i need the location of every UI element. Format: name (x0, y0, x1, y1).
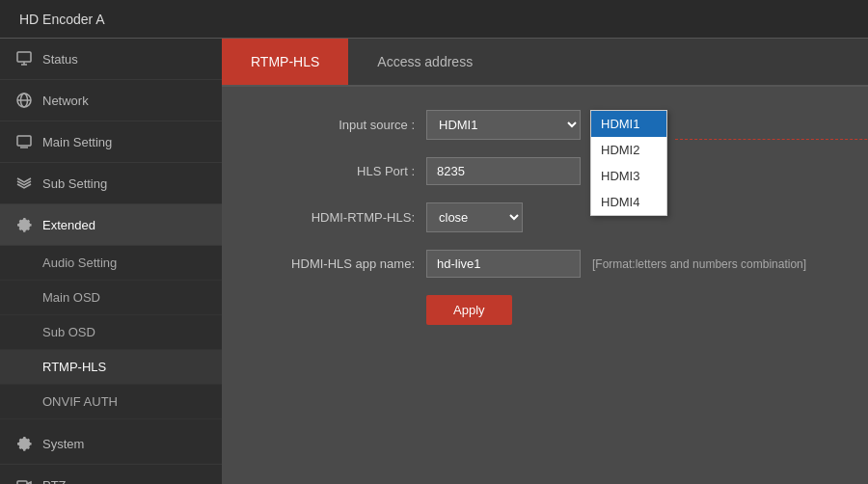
sidebar-sub-item-audio-setting[interactable]: Audio Setting (0, 246, 222, 281)
sidebar-item-sub-setting[interactable]: Sub Setting (0, 163, 222, 204)
title-bar: HD Encoder A (0, 0, 868, 39)
sidebar-system-label: System (42, 437, 84, 451)
system-gear-icon (15, 435, 33, 452)
sidebar-item-extended[interactable]: Extended (0, 204, 222, 246)
display-icon (15, 133, 33, 150)
form-row-hdmi-hls-app-name: HDMI-HLS app name: [Format:letters and n… (260, 250, 829, 278)
sidebar-sub-item-rtmp-hls[interactable]: RTMP-HLS (0, 350, 222, 385)
audio-setting-label: Audio Setting (42, 255, 117, 270)
monitor-icon (15, 50, 33, 67)
tab-access-address[interactable]: Access address (348, 39, 502, 85)
svg-rect-6 (17, 136, 31, 146)
tab-rtmp-hls-label: RTMP-HLS (251, 54, 319, 69)
sidebar-extended-label: Extended (42, 218, 95, 232)
sidebar-item-system[interactable]: System (0, 423, 222, 465)
form-row-hls-port: HLS Port : (260, 157, 829, 185)
form-area: Input source : HDMI1 HDMI2 HDMI3 HDMI4 H… (222, 87, 868, 365)
content-area: RTMP-HLS Access address Input source : H… (222, 39, 868, 484)
app-title: HD Encoder A (19, 12, 105, 27)
sidebar-main-setting-label: Main Setting (42, 135, 112, 149)
gear-icon (15, 216, 33, 233)
hdmi-rtmp-hls-label: HDMI-RTMP-HLS: (260, 210, 415, 225)
dropdown-option-hdmi3[interactable]: HDMI3 (591, 163, 666, 189)
sidebar-sub-item-sub-osd[interactable]: Sub OSD (0, 315, 222, 350)
sidebar-item-ptz[interactable]: PTZ (0, 465, 222, 484)
hdmi-hls-app-name-hint: [Format:letters and numbers combination] (592, 257, 806, 271)
form-row-apply: Apply (260, 295, 829, 325)
sidebar-ptz-label: PTZ (42, 478, 67, 485)
dropdown-option-hdmi4[interactable]: HDMI4 (591, 189, 666, 215)
main-osd-label: Main OSD (42, 290, 100, 305)
apply-button[interactable]: Apply (426, 295, 512, 325)
input-source-dropdown-container: HDMI1 HDMI2 HDMI3 HDMI4 HDMI1 HDMI2 HDMI… (426, 110, 581, 140)
svg-rect-0 (17, 52, 31, 62)
dropdown-option-hdmi2[interactable]: HDMI2 (591, 137, 666, 163)
hls-port-label: HLS Port : (260, 164, 415, 178)
hdmi-rtmp-hls-select[interactable]: close open (426, 202, 523, 232)
hls-port-input[interactable] (426, 157, 581, 185)
globe-icon (15, 92, 33, 109)
form-row-input-source: Input source : HDMI1 HDMI2 HDMI3 HDMI4 H… (260, 110, 829, 140)
input-source-label: Input source : (260, 118, 415, 132)
camera-icon (15, 476, 33, 484)
dropdown-option-hdmi1[interactable]: HDMI1 (591, 111, 666, 137)
sidebar-status-label: Status (42, 52, 78, 67)
tab-rtmp-hls[interactable]: RTMP-HLS (222, 39, 348, 85)
hdmi-hls-app-name-label: HDMI-HLS app name: (260, 256, 415, 271)
rtmp-hls-label: RTMP-HLS (42, 360, 106, 374)
sidebar-item-main-setting[interactable]: Main Setting (0, 121, 222, 163)
sidebar-sub-item-main-osd[interactable]: Main OSD (0, 281, 222, 315)
layers-icon (15, 175, 33, 192)
main-layout: Status Network Main Setting (0, 39, 868, 484)
tab-access-address-label: Access address (377, 54, 473, 69)
onvif-auth-label: ONVIF AUTH (42, 394, 118, 409)
sidebar-sub-setting-label: Sub Setting (42, 176, 107, 191)
sidebar-item-network[interactable]: Network (0, 80, 222, 121)
tabs-bar: RTMP-HLS Access address (222, 39, 868, 87)
sidebar-sub-item-onvif-auth[interactable]: ONVIF AUTH (0, 385, 222, 419)
form-row-hdmi-rtmp-hls: HDMI-RTMP-HLS: close open (260, 202, 829, 232)
input-source-dropdown-menu: HDMI1 HDMI2 HDMI3 HDMI4 (590, 110, 667, 216)
sidebar: Status Network Main Setting (0, 39, 222, 484)
sidebar-network-label: Network (42, 94, 89, 108)
sidebar-item-status[interactable]: Status (0, 39, 222, 80)
hdmi-hls-app-name-input[interactable] (426, 250, 581, 278)
input-source-select[interactable]: HDMI1 HDMI2 HDMI3 HDMI4 (426, 110, 581, 140)
sub-osd-label: Sub OSD (42, 325, 95, 339)
